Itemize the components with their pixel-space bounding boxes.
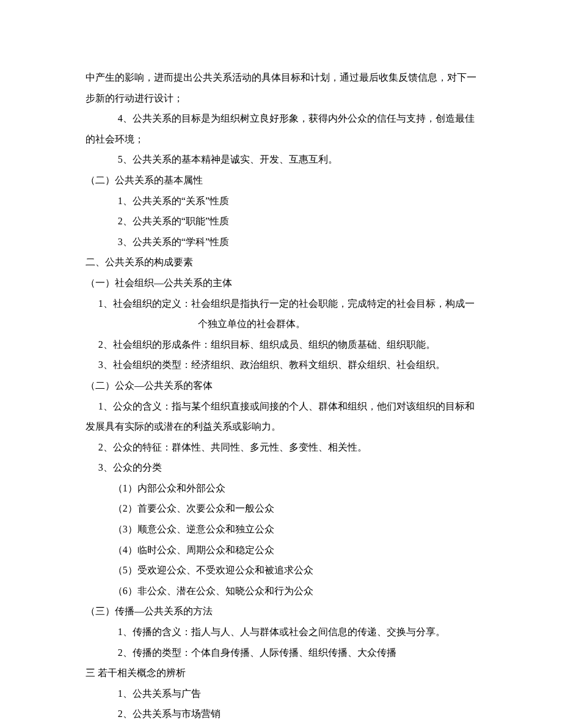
text-line: （一）社会组织—公共关系的主体	[86, 273, 476, 293]
text-line: 5、公共关系的基本精神是诚实、开发、互惠互利。	[86, 149, 476, 170]
text-line: （6）非公众、潜在公众、知晓公众和行为公众	[86, 581, 476, 601]
text-line: 2、传播的类型：个体自身传播、人际传播、组织传播、大众传播	[86, 642, 476, 663]
text-line: 个独立单位的社会群体。	[86, 314, 476, 334]
text-line: 1、社会组织的定义：社会组织是指执行一定的社会职能，完成特定的社会目标，构成一	[86, 293, 476, 314]
text-line: 发展具有实际的或潜在的利益关系或影响力。	[86, 416, 476, 437]
text-line: 2、社会组织的形成条件：组织目标、组织成员、组织的物质基础、组织职能。	[86, 334, 476, 355]
text-line: 2、公众的特征：群体性、共同性、多元性、多变性、相关性。	[86, 437, 476, 458]
text-line: 3、社会组织的类型：经济组织、政治组织、教科文组织、群众组织、社会组织。	[86, 355, 476, 375]
text-line: 1、公众的含义：指与某个组织直接或间接的个人、群体和组织，他们对该组织的目标和	[86, 396, 476, 417]
text-line: （4）临时公众、周期公众和稳定公众	[86, 540, 476, 561]
text-line: 1、公共关系的“关系”性质	[86, 191, 476, 211]
text-line: 1、公共关系与广告	[86, 683, 476, 704]
text-line: 1、传播的含义：指人与人、人与群体或社会之间信息的传递、交换与分享。	[86, 622, 476, 642]
text-line: 2、公共关系与市场营销	[86, 704, 476, 724]
text-line: （三）传播—公共关系的方法	[86, 601, 476, 622]
text-line: 三 若干相关概念的辨析	[86, 663, 476, 683]
text-body: 中产生的影响，进而提出公共关系活动的具体目标和计划，通过最后收集反馈信息，对下一…	[86, 67, 476, 724]
text-line: （2）首要公众、次要公众和一般公众	[86, 498, 476, 519]
text-line: 的社会环境；	[86, 129, 476, 150]
text-line: 3、公众的分类	[86, 457, 476, 478]
text-line: （1）内部公众和外部公众	[86, 478, 476, 499]
text-line: （3）顺意公众、逆意公众和独立公众	[86, 519, 476, 540]
document-page: 中产生的影响，进而提出公共关系活动的具体目标和计划，通过最后收集反馈信息，对下一…	[0, 0, 562, 728]
text-line: 二、公共关系的构成要素	[86, 252, 476, 273]
text-line: （二）公共关系的基本属性	[86, 170, 476, 191]
text-line: 2、公共关系的“职能”性质	[86, 211, 476, 232]
text-line: 4、公共关系的目标是为组织树立良好形象，获得内外公众的信任与支持，创造最佳	[86, 108, 476, 129]
text-line: 中产生的影响，进而提出公共关系活动的具体目标和计划，通过最后收集反馈信息，对下一…	[86, 67, 476, 108]
text-line: （二）公众—公共关系的客体	[86, 375, 476, 396]
text-line: 3、公共关系的“学科”性质	[86, 232, 476, 252]
text-line: （5）受欢迎公众、不受欢迎公众和被追求公众	[86, 560, 476, 581]
